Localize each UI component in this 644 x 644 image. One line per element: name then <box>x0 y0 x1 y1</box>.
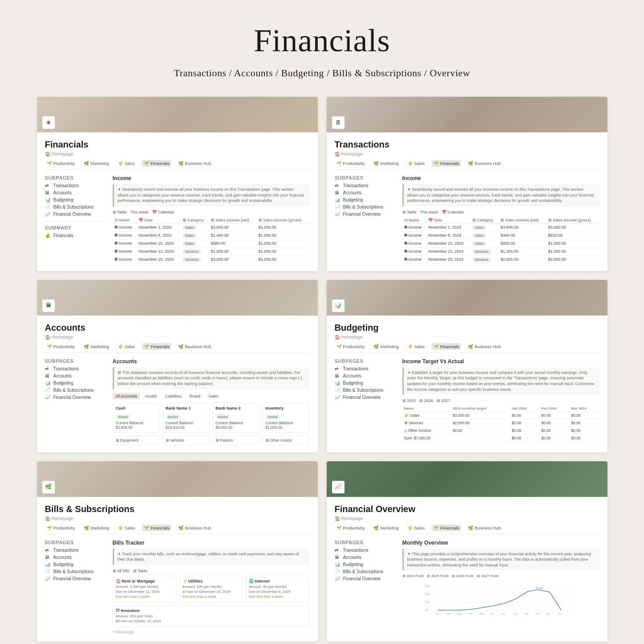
nav-tab-t-sales[interactable]: 🌾 Sales <box>406 160 427 167</box>
account-tab-board[interactable]: Board <box>187 393 203 399</box>
subpage-bl-budgeting[interactable]: 📊Budgeting <box>45 562 107 567</box>
subpage-b-budgeting[interactable]: 📊Budgeting <box>335 381 397 386</box>
subpage-bl-transactions[interactable]: ⇄Transactions <box>45 548 107 553</box>
subpage-ov-bills[interactable]: 📄Bills & Subscriptions <box>335 569 397 574</box>
subpage-t-accounts[interactable]: 🏛Accounts <box>335 190 397 195</box>
nav-tab-b-financials[interactable]: 🌱 Financials <box>432 343 461 350</box>
account-tab-liab[interactable]: Liabilities <box>163 393 185 399</box>
nav-tab-t-financials[interactable]: 🌱 Financials <box>432 160 461 167</box>
subpage-budgeting[interactable]: 📊Budgeting <box>45 197 107 202</box>
nav-tab-bizub[interactable]: 🌿 Business Hub <box>176 160 213 167</box>
table-btn[interactable]: ⊞ Table <box>113 210 127 214</box>
subpages-label-bl: Subpages <box>45 540 107 545</box>
bill-rent-status: Due less than a week <box>116 595 173 599</box>
chart-tab-2024[interactable]: ⊞ 2024 Profit <box>402 574 424 578</box>
subpage-ov-accounts[interactable]: 🏛Accounts <box>335 555 397 560</box>
nav-tab-a-sales[interactable]: 🌾 Sales <box>116 343 137 350</box>
new-page-btn[interactable]: + New page <box>113 630 310 634</box>
subpage-accounts[interactable]: 🏛Accounts <box>45 190 107 195</box>
subpage-b-overview[interactable]: 📈Financial Overview <box>335 395 397 400</box>
nav-tabs-bills[interactable]: 🌱 Productivity 🌿 Marketing 🌾 Sales 🌱 Fin… <box>45 525 310 534</box>
bills-tab-all[interactable]: ⊞ All bills <box>113 569 130 573</box>
nav-tab-marketing[interactable]: 🌿 Marketing <box>82 160 111 167</box>
table-btn-t[interactable]: ⊞ Table <box>402 210 417 214</box>
subpage-bl-accounts[interactable]: 🏛Accounts <box>45 555 107 560</box>
year-2025[interactable]: ⊞ 2025 <box>402 398 416 403</box>
nav-tab-bl-productivity[interactable]: 🌱 Productivity <box>45 525 77 531</box>
nav-tab-bl-sales[interactable]: 🌾 Sales <box>116 525 137 531</box>
account-tab-sales[interactable]: Sales <box>206 393 222 399</box>
nav-tab-ov-sales[interactable]: 🌾 Sales <box>406 525 427 531</box>
table-controls-t[interactable]: ⊞ Table This week 📅 Calendar <box>402 210 599 214</box>
nav-tab-sales[interactable]: 🌾 Sales <box>116 160 137 167</box>
bill-insurance-title: 🛡 Insurance <box>116 608 307 613</box>
subpage-b-accounts[interactable]: 🏛Accounts <box>335 373 397 378</box>
nav-tab-b-bizub[interactable]: 🌿 Business Hub <box>466 343 502 350</box>
svg-text:Jun: Jun <box>491 612 494 615</box>
nav-tab-ov-productivity[interactable]: 🌱 Productivity <box>335 525 367 531</box>
subpage-t-budgeting[interactable]: 📊Budgeting <box>335 197 397 202</box>
subpage-bills[interactable]: 📄Bills & Subscriptions <box>45 205 107 209</box>
subpage-a-accounts[interactable]: 🏛Accounts <box>45 373 107 378</box>
nav-tab-b-marketing[interactable]: 🌿 Marketing <box>372 343 400 350</box>
year-2027[interactable]: ⊞ 2027 <box>437 398 451 403</box>
nav-tab-b-sales[interactable]: 🌾 Sales <box>406 343 427 350</box>
subpage-a-bills[interactable]: 📄Bills & Subscriptions <box>45 388 107 393</box>
nav-tabs-overview[interactable]: 🌱 Productivity 🌿 Marketing 🌾 Sales 🌱 Fin… <box>335 525 599 534</box>
nav-tab-bl-bizub[interactable]: 🌿 Business Hub <box>176 525 213 531</box>
chart-year-tabs[interactable]: ⊞ 2024 Profit ⊞ 2025 Profit ⊞ 2026 Profi… <box>402 574 599 578</box>
subpage-t-overview[interactable]: 📈Financial Overview <box>335 212 397 217</box>
nav-tab-t-bizub[interactable]: 🌿 Business Hub <box>466 160 502 167</box>
bills-tab-table[interactable]: ⊞ Table <box>133 569 148 573</box>
subpage-overview[interactable]: 📈Financial Overview <box>45 212 107 217</box>
nav-tab-t-marketing[interactable]: 🌿 Marketing <box>372 160 400 167</box>
subpage-b-transactions[interactable]: ⇄Transactions <box>335 366 397 371</box>
chart-tab-2026[interactable]: ⊞ 2026 Profit <box>452 574 473 578</box>
account-tab-assets[interactable]: Assets <box>143 393 160 399</box>
nav-tabs-transactions[interactable]: 🌱 Productivity 🌿 Marketing 🌾 Sales 🌱 Fin… <box>335 160 599 170</box>
nav-tab-financials[interactable]: 🌱 Financials <box>142 160 171 167</box>
nav-tabs-budgeting[interactable]: 🌱 Productivity 🌿 Marketing 🌾 Sales 🌱 Fin… <box>335 343 599 353</box>
calendar-btn[interactable]: 📅 Calendar <box>152 210 174 214</box>
nav-tab-ov-marketing[interactable]: 🌿 Marketing <box>372 525 400 531</box>
subpage-ov-overview[interactable]: 📈Financial Overview <box>335 576 397 581</box>
subpage-transactions[interactable]: ⇄Transactions <box>45 183 107 188</box>
year-2026[interactable]: ⊞ 2026 <box>419 398 433 403</box>
nav-tab-productivity[interactable]: 🌱 Productivity <box>45 160 77 167</box>
subpage-bl-overview[interactable]: 📈Financial Overview <box>45 576 107 581</box>
nav-tab-bl-marketing[interactable]: 🌿 Marketing <box>82 525 111 531</box>
nav-tab-a-financials[interactable]: 🌱 Financials <box>142 343 171 350</box>
week-btn[interactable]: This week <box>130 210 148 214</box>
subpage-bl-bills[interactable]: 📄Bills & Subscriptions <box>45 569 107 574</box>
account-tabs[interactable]: All Accounts Assets Liabilities Board Sa… <box>113 393 310 399</box>
nav-tab-t-productivity[interactable]: 🌱 Productivity <box>335 160 367 167</box>
subpage-t-transactions[interactable]: ⇄Transactions <box>335 183 397 188</box>
budget-year-tabs[interactable]: ⊞ 2025 ⊞ 2026 ⊞ 2027 <box>402 398 599 403</box>
subpage-ov-budgeting[interactable]: 📊Budgeting <box>335 562 397 567</box>
nav-tabs-accounts[interactable]: 🌱 Productivity 🌿 Marketing 🌾 Sales 🌱 Fin… <box>45 343 310 353</box>
subpage-ov-transactions[interactable]: ⇄Transactions <box>335 548 397 553</box>
chart-tab-2027[interactable]: ⊞ 2027 Profit <box>477 574 498 578</box>
table-controls[interactable]: ⊞ Table This week 📅 Calendar <box>113 210 310 214</box>
budget-col-name: Name <box>402 406 451 412</box>
nav-tabs-financials[interactable]: 🌱 Productivity 🌿 Marketing 🌾 Sales 🌱 Fin… <box>45 160 310 170</box>
week-btn-t[interactable]: This week <box>420 210 438 214</box>
summary-financials[interactable]: 💰Financials <box>45 233 107 238</box>
calendar-btn-t[interactable]: 📅 Calendar <box>442 210 464 214</box>
nav-tab-ov-financials[interactable]: 🌱 Financials <box>432 525 461 531</box>
bills-tabs[interactable]: ⊞ All bills ⊞ Table <box>113 569 310 573</box>
nav-tab-ov-bizub[interactable]: 🌿 Business Hub <box>466 525 502 531</box>
subpage-a-overview[interactable]: 📈Financial Overview <box>45 395 107 400</box>
subpage-t-bills[interactable]: 📄Bills & Subscriptions <box>335 205 397 209</box>
banner-texture-3 <box>37 280 318 316</box>
subpage-a-budgeting[interactable]: 📊Budgeting <box>45 381 107 386</box>
subpage-b-bills[interactable]: 📄Bills & Subscriptions <box>335 388 397 393</box>
nav-tab-a-productivity[interactable]: 🌱 Productivity <box>45 343 77 350</box>
subpage-a-transactions[interactable]: ⇄Transactions <box>45 366 107 371</box>
nav-tab-a-marketing[interactable]: 🌿 Marketing <box>82 343 111 350</box>
nav-tab-b-productivity[interactable]: 🌱 Productivity <box>335 343 367 350</box>
account-tab-all[interactable]: All Accounts <box>113 393 140 399</box>
nav-tab-a-bizub[interactable]: 🌿 Business Hub <box>176 343 213 350</box>
chart-tab-2025[interactable]: ⊞ 2025 Profit <box>427 574 448 578</box>
nav-tab-bl-financials[interactable]: 🌱 Financials <box>142 525 171 531</box>
